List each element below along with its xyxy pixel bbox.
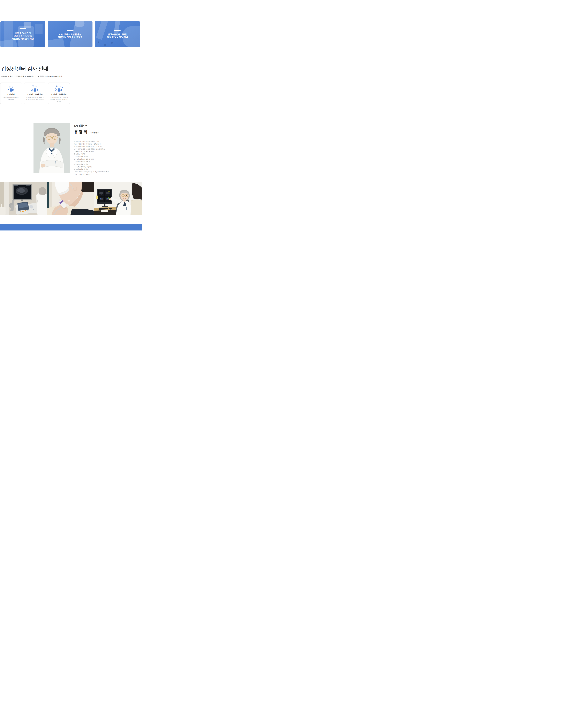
consultation-photo [94,182,142,215]
feature-card-text: 40년 경력 대학병원 출신 의료진의 진단 및 치료경력 [58,33,82,39]
ultrasound-room-photo [0,182,47,215]
credential-item: 대한 내분비학회 부회장(2009년)내과 전문의 [74,148,138,150]
feature-card-text: 검진 후 유소견 시 당일 전문의 상담 및 세침흡입 세포검사 시행 [12,32,34,40]
credential-item: 대한갑상선학회 정회원 [74,160,138,163]
section-subtitle: 숙련된 전문의가 부위별 특화 초음파 검사로 꼼꼼하게 진단해드립니다. [1,75,132,78]
exam-card-desc: 갑상선 호르몬 분비가 부족해 피로감, 체중 증가, 부종 등의 증상 [26,97,44,100]
doctor-credentials: 現 한신메디피아 갑상선클리닉 교수 現 순천향대학병원 명예교수&외래교수 前… [74,140,138,176]
exam-card-cancer: 갑상선암 갑상선에 혹(결절)이 암세포로 발전한 상태 [0,83,22,104]
credential-item: 핵의학과 전문의 [74,153,138,155]
thyroid-hyper-icon [55,85,63,92]
doctor-photo [33,123,70,173]
doctor-name: 유명희 [74,129,88,135]
exam-card-hyperthyroidism: 갑상선 기능향진증 갑상선 호르몬이 과다 분비되어 심계항진, 체중 감소, … [48,83,70,104]
section-title: 갑상선센터 검사 안내 [1,65,132,72]
exam-card-title: 갑상선암 [7,93,15,96]
exam-card-hypothyroidism: 갑상선 기능저하증 갑상선 호르몬 분비가 부족해 피로감, 체중 증가, 부종… [24,83,46,104]
credential-item: 前 순천향대학병원 내분비대사 내과 교수 [74,145,138,148]
divider [20,28,26,29]
feature-card-elastography: 탄성초음파를 이용한 악성 및 양성 종양 판별 [95,21,140,47]
thyroid-hypo-icon [31,85,39,92]
feature-card-row: 검진 후 유소견 시 당일 전문의 상담 및 세침흡입 세포검사 시행 40년 … [0,21,140,47]
credential-item: 現 한신메디피아 갑상선클리닉 교수 [74,140,138,143]
doctor-info: 갑상선클리닉 유명희 내과전문의 現 한신메디피아 갑상선클리닉 교수 現 순천… [74,124,138,176]
credential-item: 미국갑상선학회(ATA) 회원 [74,166,138,168]
doctor-specialty: 내과전문의 [90,131,99,134]
credential-item: 대한내과학회 정회원 [74,156,138,158]
exam-card-desc: 갑상선에 혹(결절)이 암세포로 발전한 상태 [2,97,20,100]
footer-bar [0,224,142,230]
feature-card-experience: 40년 경력 대학병원 출신 의료진의 진단 및 치료경력 [48,21,93,47]
credential-item: 미국내분비학회 회원 [74,168,138,170]
credential-item: 대한내분비대사 학회 정회원 [74,158,138,160]
exam-card-title: 갑상선 기능저하증 [28,93,43,96]
feature-card-text: 탄성초음파를 이용한 악성 및 양성 종양 판별 [107,33,128,39]
exam-card-desc: 갑상선 호르몬이 과다 분비되어 심계항진, 체중 감소, 불안감 등을 유발 [50,97,68,102]
exam-card-row: 갑상선암 갑상선에 혹(결절)이 암세포로 발전한 상태 [0,83,70,104]
doctor-clinic-label: 갑상선클리닉 [74,124,138,127]
clinic-photo-row [0,182,142,215]
neck-scan-photo [47,182,94,215]
thyroid-center-page: 검진 후 유소견 시 당일 전문의 상담 및 세침흡입 세포검사 시행 40년 … [0,0,142,230]
exam-section-header: 갑상선센터 검사 안내 숙련된 전문의가 부위별 특화 초음파 검사로 꼼꼼하게… [1,65,132,78]
credential-item: Shear Wave Elastography of Thyroid nodul… [74,171,138,173]
feature-card-screening: 검진 후 유소견 시 당일 전문의 상담 및 세침흡입 세포검사 시행 [0,21,45,47]
credential-item: 내분비대사내과 분과 전문의 [74,150,138,153]
credential-item: 現 순천향대학병원 명예교수&외래교수 [74,143,138,145]
credential-item: ( 2021, Springer Nature) [74,173,138,176]
exam-card-title: 갑상선 기능향진증 [51,93,66,96]
credential-item: 대한핵의학회 정회원 [74,163,138,166]
thyroid-cancer-icon [7,85,15,92]
divider [114,30,121,31]
divider [67,30,74,31]
